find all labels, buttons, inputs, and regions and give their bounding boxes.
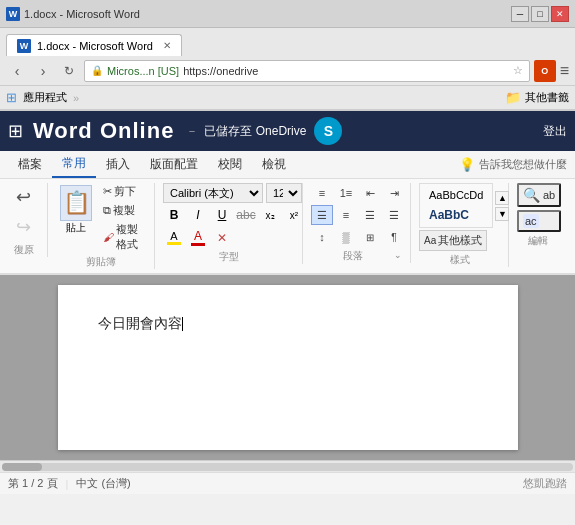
tell-me-box[interactable]: 💡 告訴我您想做什麼: [459, 157, 567, 172]
tab-insert[interactable]: 插入: [96, 152, 140, 177]
clipboard-group-label: 剪貼簿: [56, 255, 146, 269]
format-paint-button[interactable]: 🖌 複製格式: [100, 221, 146, 253]
increase-indent-button[interactable]: ⇥: [383, 183, 405, 203]
tab-view[interactable]: 檢視: [252, 152, 296, 177]
align-left-button[interactable]: ☰: [311, 205, 333, 225]
text-cursor: [182, 317, 183, 331]
italic-button[interactable]: I: [187, 205, 209, 225]
bullets-button[interactable]: ≡: [311, 183, 333, 203]
signin-button[interactable]: 登出: [543, 123, 567, 140]
shading-button[interactable]: ▒: [335, 227, 357, 247]
styles-scroll-down[interactable]: ▼: [495, 207, 509, 221]
tab-file[interactable]: 檔案: [8, 152, 52, 177]
tab-label: 1.docx - Microsoft Word: [37, 40, 153, 52]
maximize-button[interactable]: □: [531, 6, 549, 22]
tab-close-button[interactable]: ✕: [163, 40, 171, 51]
forward-button[interactable]: ›: [32, 60, 54, 82]
waffle-menu-icon[interactable]: ⊞: [8, 120, 23, 142]
skype-button[interactable]: S: [314, 117, 342, 145]
document-content[interactable]: 今日開會內容: [98, 315, 478, 333]
styles-list: AaBbCcDd AaBbC: [419, 183, 493, 228]
styles-controls: AaBbCcDd AaBbC ▲ ▼: [419, 183, 509, 228]
close-button[interactable]: ✕: [551, 6, 569, 22]
strikethrough-button[interactable]: abc: [235, 205, 257, 225]
undo-button[interactable]: ↩: [10, 183, 38, 211]
ribbon-tabs: 檔案 常用 插入 版面配置 校閱 檢視 💡 告訴我您想做什麼: [0, 151, 575, 179]
highlight-label: A: [170, 230, 177, 242]
copy-button[interactable]: ⧉ 複製: [100, 202, 146, 219]
underline-button[interactable]: U: [211, 205, 233, 225]
redo-button[interactable]: ↪: [10, 213, 38, 241]
show-para-button[interactable]: ¶: [383, 227, 405, 247]
clipboard-buttons: 📋 貼上 ✂ 剪下 ⧉ 複製 🖌 複製格式: [56, 183, 146, 253]
dash-separator: －: [186, 123, 198, 140]
styles-scroll-up[interactable]: ▲: [495, 191, 509, 205]
font-family-select[interactable]: Calibri (本文): [163, 183, 263, 203]
tab-review[interactable]: 校閱: [208, 152, 252, 177]
clear-format-button[interactable]: ✕: [211, 228, 233, 248]
bold-button[interactable]: B: [163, 205, 185, 225]
format-paint-icon: 🖌: [103, 231, 114, 243]
tab-favicon: W: [17, 39, 31, 53]
address-input[interactable]: 🔒 Micros...n [US] https://onedrive ☆: [84, 60, 530, 82]
para-label-row: 段落 ⌄: [311, 247, 402, 263]
borders-button[interactable]: ⊞: [359, 227, 381, 247]
scroll-thumb[interactable]: [2, 463, 42, 471]
cut-icon: ✂: [103, 185, 112, 198]
reload-button[interactable]: ↻: [58, 60, 80, 82]
status-bar: 第 1 / 2 頁 | 中文 (台灣) 悠凱跑踏: [0, 472, 575, 494]
font-size-select[interactable]: 12: [266, 183, 302, 203]
tab-bar: W 1.docx - Microsoft Word ✕: [0, 28, 575, 56]
tab-home[interactable]: 常用: [52, 151, 96, 178]
paragraph-group-label: 段落: [311, 249, 394, 263]
bookmarks-right: 📁 其他書籤: [505, 90, 569, 105]
line-spacing-button[interactable]: ↕: [311, 227, 333, 247]
word-favicon: W: [6, 7, 20, 21]
find-button[interactable]: 🔍 ab: [517, 183, 561, 207]
other-styles-button[interactable]: Aa 其他樣式: [419, 230, 487, 251]
word-app: ⊞ Word Online － 已儲存至 OneDrive S 登出 檔案 常用…: [0, 111, 575, 494]
browser-tab[interactable]: W 1.docx - Microsoft Word ✕: [6, 34, 182, 56]
clipboard-small-buttons: ✂ 剪下 ⧉ 複製 🖌 複製格式: [100, 183, 146, 253]
back-button[interactable]: ‹: [6, 60, 28, 82]
subscript-button[interactable]: x₂: [259, 205, 281, 225]
other-styles-label: 其他樣式: [438, 233, 482, 248]
bookmarks-label: 應用程式: [23, 90, 67, 105]
folder-icon: 📁: [505, 90, 521, 105]
justify-button[interactable]: ☰: [383, 205, 405, 225]
font-group-label: 字型: [163, 250, 294, 264]
address-url: https://onedrive: [183, 65, 258, 77]
tell-me-text: 告訴我您想做什麼: [479, 157, 567, 172]
paste-button[interactable]: 📋 貼上: [56, 183, 96, 253]
cut-label: 剪下: [114, 184, 136, 199]
align-center-button[interactable]: ≡: [335, 205, 357, 225]
secure-label: Micros...n [US]: [107, 65, 179, 77]
title-bar: W 1.docx - Microsoft Word ─ □ ✕: [0, 0, 575, 28]
superscript-button[interactable]: x²: [283, 205, 305, 225]
office365-icon[interactable]: O: [534, 60, 556, 82]
horizontal-scrollbar[interactable]: [0, 460, 575, 472]
styles-group: AaBbCcDd AaBbC ▲ ▼ Aa 其他樣式 樣式: [419, 183, 509, 267]
highlight-button[interactable]: A: [163, 228, 185, 247]
ribbon: ↩ ↪ 復原 📋 貼上 ✂ 剪下 ⧉ 複製: [0, 179, 575, 275]
style-normal[interactable]: AaBbCcDd: [422, 186, 490, 204]
undo-group-label: 復原: [8, 243, 39, 257]
replace-button[interactable]: ac: [517, 210, 561, 232]
paragraph-expand-icon[interactable]: ⌄: [394, 250, 402, 260]
bookmarks-extend[interactable]: »: [73, 92, 79, 104]
browser-menu-button[interactable]: ≡: [560, 62, 569, 80]
decrease-indent-button[interactable]: ⇤: [359, 183, 381, 203]
font-color-a: A: [194, 229, 202, 243]
document-text: 今日開會內容: [98, 315, 182, 331]
numbering-button[interactable]: 1≡: [335, 183, 357, 203]
font-color-button[interactable]: A: [187, 227, 209, 248]
para-row1: ≡ 1≡ ⇤ ⇥: [311, 183, 405, 203]
align-right-button[interactable]: ☰: [359, 205, 381, 225]
document-page[interactable]: 今日開會內容: [58, 285, 518, 450]
other-styles-icon: Aa: [424, 235, 436, 246]
style-heading1[interactable]: AaBbC: [422, 205, 490, 225]
tab-layout[interactable]: 版面配置: [140, 152, 208, 177]
minimize-button[interactable]: ─: [511, 6, 529, 22]
bookmark-star[interactable]: ☆: [513, 64, 523, 77]
cut-button[interactable]: ✂ 剪下: [100, 183, 146, 200]
